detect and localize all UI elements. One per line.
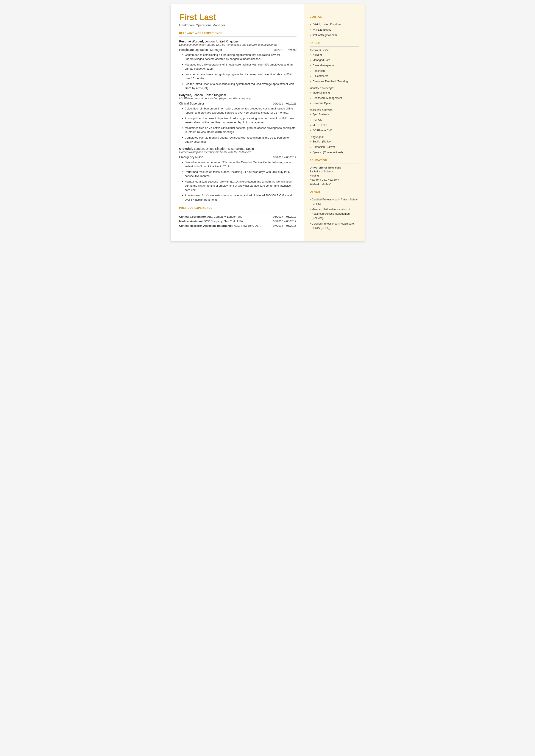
job-title-2: Clinical Supervisor [179, 102, 204, 105]
employer-bold-1: Resume Worded, [179, 40, 204, 43]
contact-item-3: first.last@gmail.com [310, 33, 359, 37]
industry-skill-3: Revenue Cycle [310, 101, 359, 105]
bullet-1-2: Managed the daily operations of 3 health… [182, 63, 296, 71]
industry-skills-label: Industry Knowledge: [310, 87, 359, 90]
industry-skills-list: Medical Billing Healthcare Management Re… [310, 91, 359, 105]
tools-skills-list: Epic Systems HCPCS MEDITECH SOAPware EMR [310, 113, 359, 132]
job-header-2: Clinical Supervisor 09/2019 – 07/2021 [179, 102, 296, 105]
employer-rest-1: London, United Kingdom [204, 40, 238, 43]
tool-skill-3: MEDITECH [310, 123, 359, 127]
bullet-list-2: Calculated reimbursement information, do… [179, 106, 296, 144]
previous-exp-table: Clinical Coordinator, ABC Company, Londo… [179, 214, 296, 228]
contact-section-title: CONTACT [310, 15, 359, 18]
contact-list: Bristol, United Kingdom +44 123456789 fi… [310, 22, 359, 37]
tech-skill-1: Nursing [310, 53, 359, 57]
job-title-1: Healthcare Operations Manager [179, 48, 222, 51]
left-column: First Last Healthcare Operations Manager… [171, 4, 304, 241]
divider-previous-exp [179, 211, 296, 211]
contact-item-2: +44 123456789 [310, 28, 359, 32]
technical-skills-label: Technical Skills: [310, 49, 359, 52]
bullet-3-2: Performed rescues on fellow nurses, incl… [182, 170, 296, 178]
tools-skills-label: Tools and Software: [310, 108, 359, 111]
candidate-name: First Last [179, 13, 296, 22]
other-item-1: • Certified Professional in Patient Safe… [310, 197, 359, 206]
languages-list: English (Native) Romanian (Native) Spani… [310, 140, 359, 154]
job-header-1: Healthcare Operations Manager 08/2021 – … [179, 48, 296, 51]
employer-bold-3: Growthsi, [179, 147, 193, 151]
divider-other [310, 195, 359, 195]
employer-name-2: Polyhire, London, United Kingdom [179, 93, 296, 97]
bullet-2-3: Maintained files on 7K active clinical t… [182, 126, 296, 134]
prev-exp-dates-3: 07/2014 – 05/2015 [267, 223, 296, 228]
previous-exp-section-title: PREVIOUS EXPERIENCE [179, 207, 296, 210]
job-dates-1: 08/2021 – Present [273, 48, 296, 51]
tool-skill-1: Epic Systems [310, 113, 359, 117]
bullet-3-1: Served as a rescue nurse for 72 hours at… [182, 160, 296, 169]
industry-skill-1: Medical Billing [310, 91, 359, 95]
edu-field: Nursing [310, 174, 359, 178]
other-text-1: Certified Professional in Patient Safety… [312, 197, 359, 206]
right-column: CONTACT Bristol, United Kingdom +44 1234… [304, 4, 365, 241]
employer-desc-1: Education technology startup with 50+ em… [179, 43, 296, 46]
edu-location: New York City, New York [310, 178, 359, 182]
language-2: Romanian (Native) [310, 145, 359, 149]
employer-desc-2: NYSE-listed recruitment and employer bra… [179, 97, 296, 100]
tech-skill-2: Managed Care [310, 58, 359, 62]
bullet-1-4: Led the introduction of a new scheduling… [182, 82, 296, 90]
tool-skill-4: SOAPware EMR [310, 128, 359, 132]
prev-exp-row-1: Clinical Coordinator, ABC Company, Londo… [179, 214, 296, 219]
bullet-2-4: Completed over 20 monthly audits; reward… [182, 136, 296, 144]
employer-block-1: Resume Worded, London, United Kingdom Ed… [179, 40, 296, 90]
bullet-list-3: Served as a rescue nurse for 72 hours at… [179, 160, 296, 202]
candidate-title: Healthcare Operations Manager [179, 23, 296, 27]
languages-label: Languages: [310, 136, 359, 139]
prev-exp-dates-2: 06/2016 – 05/2017 [267, 219, 296, 223]
bullet-2-2: Accomplished the project objective of re… [182, 116, 296, 125]
prev-exp-row-2: Medical Assistant, XYZ Company, New York… [179, 219, 296, 223]
tech-skill-6: Customer Feedback Tracking [310, 79, 359, 84]
edu-dates: 10/2011 - 06/2014 [310, 182, 359, 186]
edu-degree: Bachelor of Science [310, 170, 359, 174]
resume-container: First Last Healthcare Operations Manager… [171, 4, 365, 241]
prev-exp-title-2: Medical Assistant, XYZ Company, New York… [179, 219, 267, 223]
other-section-title: OTHER [310, 190, 359, 193]
tech-skill-4: Healthcare [310, 69, 359, 73]
edu-school: University of New York [310, 166, 359, 169]
bullet-1-3: Iaunched an employee recognition program… [182, 72, 296, 81]
employer-name-1: Resume Worded, London, United Kingdom [179, 40, 296, 43]
other-text-2: Member, National Association of Healthca… [312, 207, 359, 220]
education-section-title: EDUCATION [310, 159, 359, 162]
bullet-list-1: Contributed to establishing a fundraisin… [179, 53, 296, 90]
language-1: English (Native) [310, 140, 359, 144]
bullet-3-3: Maintained a 91% success rate with E.C.G… [182, 180, 296, 192]
employer-rest-2: London, United Kingdom [192, 93, 226, 97]
employer-rest-3: London, United Kingdom & Barcelona, Spai… [193, 147, 254, 151]
other-text-3: Certified Professional in Healthcare Qua… [312, 222, 359, 230]
employer-name-3: Growthsi, London, United Kingdom & Barce… [179, 147, 296, 151]
prev-exp-title-3: Clinical Research Associate (Internship)… [179, 223, 267, 228]
other-item-2: • Member, National Association of Health… [310, 207, 359, 220]
job-dates-2: 09/2019 – 07/2021 [273, 102, 296, 105]
bullet-3-4: Administered 1.1K care instructions to p… [182, 193, 296, 202]
prev-exp-title-1: Clinical Coordinator, ABC Company, Londo… [179, 214, 267, 219]
employer-bold-2: Polyhire, [179, 93, 192, 97]
relevant-work-section-title: RELEVANT WORK EXPERIENCE [179, 32, 296, 35]
tech-skill-3: Case Management [310, 64, 359, 68]
tool-skill-2: HCPCS [310, 118, 359, 122]
job-dates-3: 06/2018 – 08/2019 [273, 155, 296, 159]
contact-item-1: Bristol, United Kingdom [310, 22, 359, 26]
bullet-2-1: Calculated reimbursement information, do… [182, 106, 296, 115]
job-header-3: Emergency Nurse 06/2018 – 08/2019 [179, 155, 296, 159]
prev-exp-row-3: Clinical Research Associate (Internship)… [179, 223, 296, 228]
skills-section-title: SKILLS [310, 42, 359, 44]
employer-desc-3: Career training and membership SaaS with… [179, 151, 296, 154]
industry-skill-2: Healthcare Management [310, 96, 359, 100]
tech-skill-5: E-Commerce [310, 74, 359, 78]
prev-exp-dates-1: 06/2017 – 05/2018 [267, 214, 296, 219]
bullet-1-1: Contributed to establishing a fundraisin… [182, 53, 296, 61]
technical-skills-list: Nursing Managed Care Case Management Hea… [310, 53, 359, 84]
job-title-3: Emergency Nurse [179, 155, 203, 159]
language-3: Spanish (Conversational) [310, 151, 359, 154]
employer-block-2: Polyhire, London, United Kingdom NYSE-li… [179, 93, 296, 144]
other-item-3: • Certified Professional in Healthcare Q… [310, 222, 359, 230]
